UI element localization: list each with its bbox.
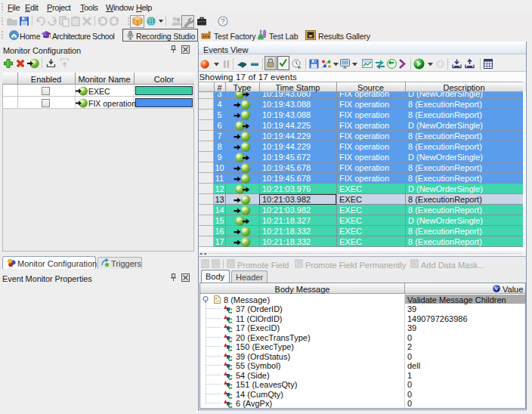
svg-text:?: ? [221,17,224,25]
